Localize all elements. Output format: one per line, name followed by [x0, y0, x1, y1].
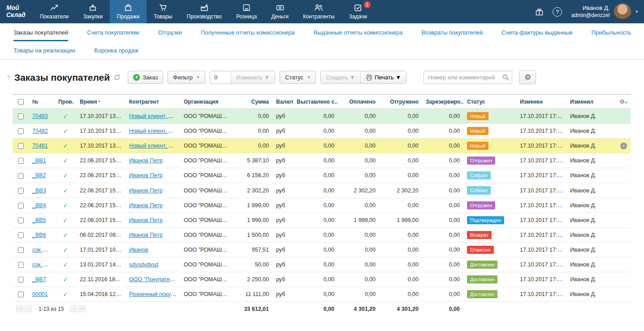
row-checkbox[interactable]: [18, 173, 24, 179]
next-page-button[interactable]: »: [70, 305, 77, 312]
tab-row2-1[interactable]: Воронка продаж: [94, 41, 138, 59]
number-link[interactable]: _ВВ2: [32, 172, 46, 179]
tab-row1-2[interactable]: Отгрузки: [158, 23, 182, 41]
contractor-link[interactable]: Иванов Петр: [129, 172, 163, 179]
tab-row2-0[interactable]: Товары на реализации: [13, 41, 75, 59]
table-row[interactable]: сок добр…✓17.01.2017 10:47ИвановООО "РОМ…: [13, 242, 631, 257]
table-row[interactable]: _ВВ1✓22.06.2017 15:38Иванов ПетрООО "РОМ…: [13, 153, 631, 168]
first-page-button[interactable]: ««: [16, 305, 23, 312]
table-row[interactable]: _ВВ5✓22.06.2017 15:38Иванов ПетрООО "РОМ…: [13, 213, 631, 227]
number-link[interactable]: _ВВ6: [32, 232, 46, 238]
contractor-link[interactable]: Иванов: [129, 247, 148, 253]
contractor-link[interactable]: Розничный покупате…: [129, 291, 180, 297]
row-checkbox[interactable]: [18, 158, 24, 164]
number-link[interactable]: сок добр…: [32, 247, 55, 253]
table-row[interactable]: 00001✓15.04.2016 12:05Розничный покупате…: [13, 287, 631, 302]
status-button[interactable]: Статус ▼: [280, 71, 316, 84]
prev-page-button[interactable]: «: [25, 305, 32, 312]
new-order-button[interactable]: + Заказ: [128, 71, 163, 84]
col-header-number[interactable]: №: [29, 95, 55, 109]
tab-row1-3[interactable]: Полученные отчеты комиссионера: [201, 23, 295, 41]
row-checkbox[interactable]: [18, 218, 24, 223]
edit-button[interactable]: Изменить ▼: [231, 71, 275, 83]
number-link[interactable]: _ВВ1: [32, 157, 46, 164]
help-icon[interactable]: ?: [553, 7, 562, 17]
row-checkbox[interactable]: [18, 188, 24, 194]
close-icon[interactable]: ×: [620, 143, 627, 149]
col-settings-button[interactable]: ⚙▾: [612, 95, 631, 109]
col-header-changed_by[interactable]: Изменил: [566, 95, 612, 109]
nav-item-production[interactable]: Производство: [180, 0, 229, 23]
row-checkbox[interactable]: [18, 113, 24, 119]
contractor-link[interactable]: sdvsdvdvsd: [129, 261, 158, 268]
row-checkbox[interactable]: [18, 232, 24, 238]
row-checkbox[interactable]: [18, 277, 24, 283]
number-link[interactable]: 70482: [32, 128, 48, 134]
print-button[interactable]: Печать ▼: [360, 71, 406, 83]
row-checkbox[interactable]: [18, 203, 24, 209]
contractor-link[interactable]: Иванов Петр: [129, 217, 163, 223]
table-row[interactable]: _ВВ4✓22.06.2017 15:38Иванов ПетрООО "РОМ…: [13, 198, 631, 213]
nav-item-tasks[interactable]: 1Задачи: [342, 0, 374, 23]
col-header-paid[interactable]: Оплачено: [338, 95, 379, 109]
number-link[interactable]: _ВВ4: [32, 202, 46, 209]
tab-row1-6[interactable]: Счета-фактуры выданные: [501, 23, 573, 41]
search-icon[interactable]: [502, 74, 509, 81]
col-header-shipped[interactable]: Отгружено: [379, 95, 422, 109]
col-header-org[interactable]: Организация: [180, 95, 232, 109]
table-row[interactable]: 70481✓17.10.2017 13:21Новый клиент, исто…: [13, 139, 631, 153]
row-checkbox[interactable]: [18, 128, 24, 134]
nav-item-purchases[interactable]: Закупки: [76, 0, 110, 23]
table-row[interactable]: сок добр…✓13.01.2017 14:03sdvsdvdvsdООО …: [13, 257, 631, 272]
col-header-status[interactable]: Статус: [463, 95, 516, 109]
col-header-reserved[interactable]: Зарезервиро…: [422, 95, 463, 109]
search-input[interactable]: [424, 71, 512, 84]
col-header-currency[interactable]: Валюта: [272, 95, 293, 109]
col-header-changed[interactable]: Изменен: [516, 95, 566, 109]
page-help-icon[interactable]: ?: [4, 74, 13, 81]
contractor-link[interactable]: Иванов Петр: [129, 232, 163, 238]
last-page-button[interactable]: »»: [78, 305, 86, 312]
gift-icon[interactable]: [535, 8, 544, 16]
filter-button[interactable]: Фильтр ▼: [168, 71, 205, 84]
settings-gear-button[interactable]: ⚙: [519, 70, 536, 84]
select-all-checkbox[interactable]: [18, 99, 24, 105]
nav-item-goods[interactable]: Товары: [147, 0, 179, 23]
create-button[interactable]: Создать ▼: [321, 71, 360, 83]
contractor-link[interactable]: Иванов Петр: [129, 157, 163, 164]
contractor-link[interactable]: Иванов Петр: [129, 202, 163, 209]
row-checkbox[interactable]: [18, 143, 24, 149]
nav-item-sales[interactable]: Продажи: [110, 0, 147, 23]
nav-item-money[interactable]: Деньги: [264, 0, 296, 23]
contractor-link[interactable]: Новый клиент, источ…: [129, 143, 180, 149]
tab-row1-1[interactable]: Счета покупателям: [87, 23, 139, 41]
number-link[interactable]: _ВВ7: [32, 276, 46, 283]
contractor-link[interactable]: Новый клиент, источ…: [129, 128, 180, 134]
row-checkbox[interactable]: [18, 262, 24, 268]
nav-item-contractors[interactable]: Контрагенты: [296, 0, 342, 23]
number-link[interactable]: 70481: [32, 143, 48, 149]
refresh-icon[interactable]: [114, 74, 121, 81]
tab-row1-5[interactable]: Возвраты покупателей: [421, 23, 483, 41]
row-checkbox[interactable]: [18, 292, 24, 297]
col-header-invoiced[interactable]: Выставлено с…: [293, 95, 338, 109]
number-link[interactable]: сок добр…: [32, 261, 55, 268]
col-header-contractor[interactable]: Контрагент: [125, 95, 180, 109]
app-logo[interactable]: Мой Склад: [0, 0, 31, 23]
tab-row1-4[interactable]: Выданные отчеты комиссионера: [314, 23, 402, 41]
nav-item-chart[interactable]: Показатели: [33, 0, 76, 23]
contractor-link[interactable]: ООО "Покупатель": [129, 276, 178, 283]
row-checkbox[interactable]: [18, 247, 24, 253]
contractor-link[interactable]: Иванов Петр: [129, 187, 163, 194]
col-header-approved[interactable]: Пров.: [55, 95, 76, 109]
tab-row1-0[interactable]: Заказы покупателей: [13, 23, 68, 41]
table-row[interactable]: 70482✓17.10.2017 13:21Новый клиент, исто…: [13, 124, 631, 139]
table-row[interactable]: _ВВ3✓22.06.2017 15:38Иванов ПетрООО "РОМ…: [13, 183, 631, 198]
tab-row1-7[interactable]: Прибыльность: [592, 23, 631, 41]
col-header-time[interactable]: Время▴: [76, 95, 125, 109]
number-link[interactable]: _ВВ5: [32, 217, 46, 223]
table-row[interactable]: _ВВ6✓06.02.2017 09:43Иванов ПетрООО "РОМ…: [13, 227, 631, 242]
col-header-sum[interactable]: Сумма: [232, 95, 272, 109]
table-row[interactable]: _ВВ7✓22.11.2016 18:17ООО "Покупатель"ООО…: [13, 272, 631, 287]
selected-count-input[interactable]: [210, 71, 231, 83]
